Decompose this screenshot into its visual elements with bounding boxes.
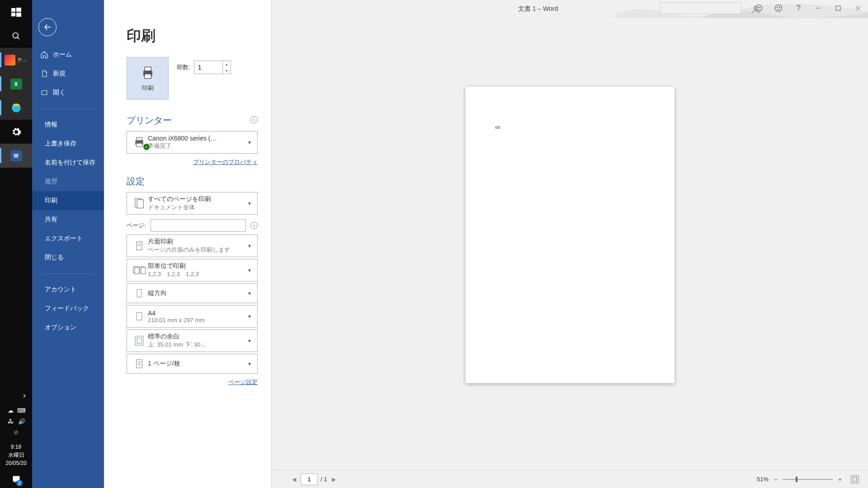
sidebar-item-open[interactable]: 開く bbox=[32, 83, 104, 102]
printer-icon bbox=[139, 65, 157, 80]
pages-input[interactable] bbox=[151, 219, 246, 232]
start-button[interactable] bbox=[0, 0, 32, 24]
printer-properties-link[interactable]: プリンターのプロパティ bbox=[193, 159, 258, 165]
svg-rect-0 bbox=[11, 8, 15, 11]
sidebar-item-home[interactable]: ホーム bbox=[32, 45, 104, 64]
copies-input[interactable] bbox=[194, 61, 222, 74]
zoom-slider[interactable] bbox=[783, 479, 833, 480]
printer-selector[interactable]: ✓ Canon iX6800 series (… 準備完了 ▼ bbox=[127, 131, 258, 154]
action-center-button[interactable]: 3 bbox=[9, 474, 24, 485]
sidebar-item-saveas[interactable]: 名前を付けて保存 bbox=[32, 153, 104, 172]
pages-per-sheet-selector[interactable]: 1 ページ/枚 ▼ bbox=[127, 354, 258, 374]
zoom-slider-thumb[interactable] bbox=[796, 477, 797, 482]
copies-spinner[interactable]: ▲ ▼ bbox=[194, 61, 231, 74]
print-settings-panel: 印刷 印刷 部数: ▲ ▼ bbox=[104, 0, 271, 488]
spinner-down-icon[interactable]: ▼ bbox=[223, 67, 231, 74]
spinner-up-icon[interactable]: ▲ bbox=[223, 61, 231, 67]
zoom-controls: 51% − + bbox=[757, 475, 859, 483]
taskbar-app-word[interactable]: W bbox=[0, 144, 32, 168]
taskbar-search[interactable] bbox=[0, 24, 32, 48]
current-page-input[interactable] bbox=[301, 474, 318, 485]
sidebar-item-export[interactable]: エクスポート bbox=[32, 229, 104, 248]
home-icon bbox=[40, 51, 48, 59]
sidebar-item-feedback[interactable]: フィードバック bbox=[32, 299, 104, 318]
info-icon[interactable]: i bbox=[250, 222, 258, 229]
dropdown-sub-text: 上: 35.01 mm 下: 30… bbox=[148, 341, 247, 349]
folder-open-icon bbox=[40, 89, 48, 97]
active-indicator bbox=[0, 148, 1, 163]
page-setup-link[interactable]: ページ設定 bbox=[228, 379, 258, 385]
sidebar-item-info[interactable]: 情報 bbox=[32, 115, 104, 134]
chevron-down-icon: ▼ bbox=[247, 140, 254, 145]
arrow-left-icon bbox=[43, 23, 52, 32]
backstage-sidebar: ホーム 新規 開く 情報 上書き保存 名前を付けて保存 履歴 印刷 共有 エクス… bbox=[32, 0, 104, 488]
tray-volume-icon[interactable]: 🔊 bbox=[17, 417, 26, 426]
active-indicator bbox=[0, 100, 1, 115]
paper-size-selector[interactable]: A4 210.01 mm x 297 mm ▼ bbox=[127, 305, 258, 328]
search-icon bbox=[10, 30, 23, 42]
active-indicator bbox=[0, 52, 1, 67]
dropdown-main-text: 縦方向 bbox=[148, 289, 247, 297]
clock-date: 20/05/20 bbox=[5, 459, 27, 467]
sidebar-item-save[interactable]: 上書き保存 bbox=[32, 134, 104, 153]
taskbar-app-ie[interactable] bbox=[0, 96, 32, 120]
sides-selector[interactable]: 片面印刷 ページの片面のみを印刷します ▼ bbox=[127, 235, 258, 257]
sidebar-item-new[interactable]: 新規 bbox=[32, 64, 104, 83]
next-page-button[interactable]: ▶ bbox=[330, 474, 338, 485]
preview-viewport[interactable]: oo bbox=[272, 0, 868, 470]
back-button[interactable] bbox=[38, 18, 57, 36]
sidebar-item-options[interactable]: オプション bbox=[32, 318, 104, 337]
svg-rect-21 bbox=[144, 74, 151, 78]
sidebar-item-label: 印刷 bbox=[45, 197, 57, 205]
taskbar-clock[interactable]: 9:18 水曜日 20/05/20 bbox=[5, 439, 27, 471]
margins-selector[interactable]: 標準の余白 上: 35.01 mm 下: 30… ▼ bbox=[127, 329, 258, 352]
sidebar-item-label: 開く bbox=[53, 89, 66, 97]
notification-badge: 3 bbox=[16, 480, 23, 486]
svg-rect-33 bbox=[141, 267, 146, 274]
sidebar-item-label: アカウント bbox=[45, 286, 76, 294]
info-icon[interactable]: i bbox=[250, 116, 258, 123]
svg-line-5 bbox=[17, 37, 19, 39]
chevron-down-icon: ▼ bbox=[247, 268, 254, 273]
sidebar-item-account[interactable]: アカウント bbox=[32, 280, 104, 299]
taskbar-app-image-editor[interactable]: テ... bbox=[0, 48, 32, 72]
svg-rect-1 bbox=[16, 7, 21, 11]
clock-time: 9:18 bbox=[5, 443, 27, 451]
taskbar-app-settings[interactable] bbox=[0, 120, 32, 144]
zoom-in-button[interactable]: + bbox=[836, 476, 844, 483]
print-range-selector[interactable]: すべてのページを印刷 ドキュメント全体 ▼ bbox=[127, 192, 258, 215]
tray-cloud-icon[interactable]: ☁ bbox=[6, 406, 15, 415]
orientation-selector[interactable]: 縦方向 ▼ bbox=[127, 283, 258, 303]
chevron-down-icon: ▼ bbox=[247, 361, 254, 366]
print-backstage-main: 文書 1 – Word ? 印刷 印刷 bbox=[104, 0, 868, 488]
svg-rect-35 bbox=[137, 313, 142, 320]
internet-explorer-icon bbox=[10, 102, 23, 114]
tray-network-icon[interactable]: 🖧 bbox=[6, 417, 15, 426]
svg-point-4 bbox=[13, 33, 18, 38]
zoom-out-button[interactable]: − bbox=[772, 476, 779, 483]
pinned-app-icon bbox=[5, 55, 15, 66]
prev-page-button[interactable]: ◀ bbox=[290, 474, 298, 485]
print-button[interactable]: 印刷 bbox=[127, 57, 169, 100]
tray-sync-icon[interactable]: ⊘ bbox=[12, 427, 21, 436]
sidebar-item-label: 閉じる bbox=[45, 253, 64, 262]
zoom-percent[interactable]: 51% bbox=[757, 476, 769, 483]
taskbar-overflow-chevron-icon[interactable] bbox=[21, 393, 28, 400]
chevron-down-icon: ▼ bbox=[247, 291, 254, 296]
svg-rect-36 bbox=[135, 336, 143, 345]
svg-rect-37 bbox=[137, 338, 142, 343]
active-indicator bbox=[0, 76, 1, 91]
taskbar-app-excel[interactable]: X bbox=[0, 72, 32, 96]
zoom-to-page-button[interactable] bbox=[851, 475, 859, 483]
sidebar-item-label: 共有 bbox=[45, 216, 57, 224]
clock-day: 水曜日 bbox=[5, 451, 27, 459]
page-title: 印刷 bbox=[127, 26, 258, 46]
chevron-down-icon: ▼ bbox=[247, 201, 254, 206]
sidebar-item-close[interactable]: 閉じる bbox=[32, 248, 104, 267]
collate-selector[interactable]: 部単位で印刷 1,2,3 1,2,3 1,2,3 ▼ bbox=[127, 259, 258, 282]
tray-keyboard-icon[interactable]: ⌨ bbox=[17, 406, 26, 415]
gear-icon bbox=[10, 126, 23, 138]
sidebar-item-share[interactable]: 共有 bbox=[32, 210, 104, 229]
sidebar-item-print[interactable]: 印刷 bbox=[32, 191, 104, 210]
paper-icon bbox=[131, 310, 148, 322]
